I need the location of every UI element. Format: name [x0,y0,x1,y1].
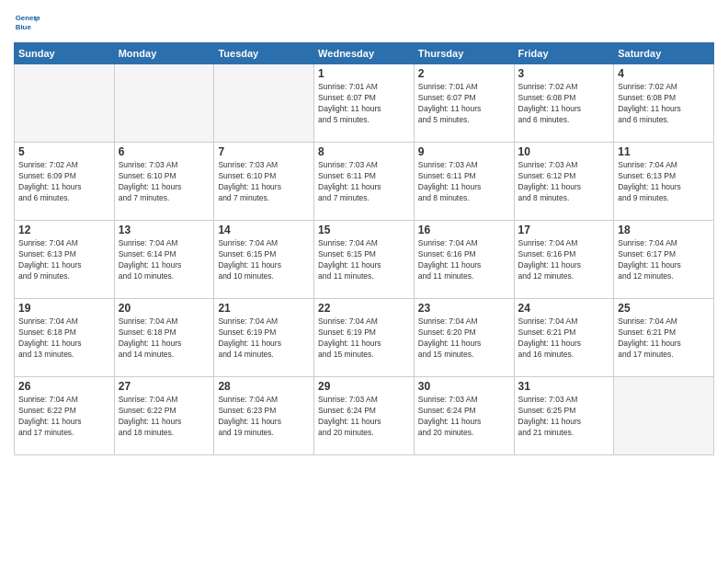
calendar-page: General Blue SundayMondayTuesdayWednesda… [0,0,728,563]
calendar-cell [214,64,314,143]
day-info: Sunrise: 7:04 AM Sunset: 6:21 PM Dayligh… [518,316,610,361]
day-info: Sunrise: 7:04 AM Sunset: 6:22 PM Dayligh… [119,395,210,439]
day-number: 29 [318,380,410,393]
calendar-cell: 5Sunrise: 7:02 AM Sunset: 6:09 PM Daylig… [15,143,115,221]
svg-text:Blue: Blue [16,23,32,31]
calendar-cell: 8Sunrise: 7:03 AM Sunset: 6:11 PM Daylig… [314,143,415,221]
day-number: 26 [18,380,110,393]
day-number: 20 [119,302,210,315]
day-info: Sunrise: 7:03 AM Sunset: 6:10 PM Dayligh… [119,160,210,204]
day-number: 10 [518,145,610,158]
calendar-cell: 9Sunrise: 7:03 AM Sunset: 6:11 PM Daylig… [414,143,514,221]
week-row-1: 5Sunrise: 7:02 AM Sunset: 6:09 PM Daylig… [15,143,714,221]
day-info: Sunrise: 7:03 AM Sunset: 6:11 PM Dayligh… [418,160,510,204]
calendar-cell: 6Sunrise: 7:03 AM Sunset: 6:10 PM Daylig… [114,143,214,221]
day-number: 12 [18,224,110,236]
day-info: Sunrise: 7:04 AM Sunset: 6:20 PM Dayligh… [418,316,510,361]
day-info: Sunrise: 7:01 AM Sunset: 6:07 PM Dayligh… [318,82,410,126]
calendar-cell: 15Sunrise: 7:04 AM Sunset: 6:15 PM Dayli… [314,221,415,299]
calendar-cell: 29Sunrise: 7:03 AM Sunset: 6:24 PM Dayli… [314,377,415,455]
day-info: Sunrise: 7:04 AM Sunset: 6:22 PM Dayligh… [18,395,110,439]
day-info: Sunrise: 7:04 AM Sunset: 6:19 PM Dayligh… [218,316,310,361]
calendar-cell: 17Sunrise: 7:04 AM Sunset: 6:16 PM Dayli… [514,221,614,299]
day-number: 4 [618,67,710,80]
calendar-cell: 23Sunrise: 7:04 AM Sunset: 6:20 PM Dayli… [414,299,514,377]
day-number: 18 [618,224,710,236]
day-info: Sunrise: 7:04 AM Sunset: 6:19 PM Dayligh… [318,316,410,361]
day-number: 6 [119,145,210,158]
weekday-header-row: SundayMondayTuesdayWednesdayThursdayFrid… [15,43,714,64]
day-number: 28 [218,380,310,393]
day-info: Sunrise: 7:04 AM Sunset: 6:17 PM Dayligh… [618,238,710,282]
day-number: 16 [418,224,510,236]
calendar-cell [114,64,214,143]
day-info: Sunrise: 7:03 AM Sunset: 6:12 PM Dayligh… [518,160,610,204]
header-area: General Blue [14,9,714,35]
logo: General Blue [14,9,43,35]
week-row-2: 12Sunrise: 7:04 AM Sunset: 6:13 PM Dayli… [15,221,714,299]
day-info: Sunrise: 7:02 AM Sunset: 6:09 PM Dayligh… [18,160,110,204]
day-number: 3 [518,67,610,80]
day-number: 27 [119,380,210,393]
day-info: Sunrise: 7:03 AM Sunset: 6:25 PM Dayligh… [518,395,610,439]
day-info: Sunrise: 7:02 AM Sunset: 6:08 PM Dayligh… [518,82,610,126]
day-number: 13 [119,224,210,236]
calendar-cell: 2Sunrise: 7:01 AM Sunset: 6:07 PM Daylig… [414,64,514,143]
day-number: 2 [418,67,510,80]
calendar-cell: 13Sunrise: 7:04 AM Sunset: 6:14 PM Dayli… [114,221,214,299]
day-number: 11 [618,145,710,158]
calendar-cell: 7Sunrise: 7:03 AM Sunset: 6:10 PM Daylig… [214,143,314,221]
day-number: 1 [318,67,410,80]
calendar-cell: 20Sunrise: 7:04 AM Sunset: 6:18 PM Dayli… [114,299,214,377]
day-number: 19 [18,302,110,315]
calendar-cell: 21Sunrise: 7:04 AM Sunset: 6:19 PM Dayli… [214,299,314,377]
calendar-cell [15,64,115,143]
logo-icon: General Blue [14,9,40,35]
calendar-cell: 26Sunrise: 7:04 AM Sunset: 6:22 PM Dayli… [15,377,115,455]
day-number: 5 [18,145,110,158]
day-number: 17 [518,224,610,236]
day-info: Sunrise: 7:04 AM Sunset: 6:16 PM Dayligh… [518,238,610,282]
calendar-cell: 3Sunrise: 7:02 AM Sunset: 6:08 PM Daylig… [514,64,614,143]
calendar-cell: 22Sunrise: 7:04 AM Sunset: 6:19 PM Dayli… [314,299,415,377]
week-row-4: 26Sunrise: 7:04 AM Sunset: 6:22 PM Dayli… [15,377,714,455]
day-number: 24 [518,302,610,315]
day-number: 9 [418,145,510,158]
calendar-cell: 30Sunrise: 7:03 AM Sunset: 6:24 PM Dayli… [414,377,514,455]
day-info: Sunrise: 7:04 AM Sunset: 6:18 PM Dayligh… [119,316,210,361]
weekday-header-thursday: Thursday [414,43,514,64]
day-info: Sunrise: 7:04 AM Sunset: 6:21 PM Dayligh… [618,316,710,361]
day-number: 15 [318,224,410,236]
weekday-header-sunday: Sunday [15,43,115,64]
calendar-cell: 19Sunrise: 7:04 AM Sunset: 6:18 PM Dayli… [15,299,115,377]
day-number: 31 [518,380,610,393]
day-info: Sunrise: 7:04 AM Sunset: 6:13 PM Dayligh… [18,238,110,282]
weekday-header-saturday: Saturday [614,43,714,64]
calendar-cell: 16Sunrise: 7:04 AM Sunset: 6:16 PM Dayli… [414,221,514,299]
calendar-cell: 28Sunrise: 7:04 AM Sunset: 6:23 PM Dayli… [214,377,314,455]
day-info: Sunrise: 7:03 AM Sunset: 6:24 PM Dayligh… [418,395,510,439]
day-info: Sunrise: 7:02 AM Sunset: 6:08 PM Dayligh… [618,82,710,126]
week-row-0: 1Sunrise: 7:01 AM Sunset: 6:07 PM Daylig… [15,64,714,143]
weekday-header-tuesday: Tuesday [214,43,314,64]
day-number: 22 [318,302,410,315]
weekday-header-monday: Monday [114,43,214,64]
calendar-cell: 24Sunrise: 7:04 AM Sunset: 6:21 PM Dayli… [514,299,614,377]
day-info: Sunrise: 7:04 AM Sunset: 6:16 PM Dayligh… [418,238,510,282]
calendar-cell: 14Sunrise: 7:04 AM Sunset: 6:15 PM Dayli… [214,221,314,299]
day-info: Sunrise: 7:01 AM Sunset: 6:07 PM Dayligh… [418,82,510,126]
day-info: Sunrise: 7:04 AM Sunset: 6:18 PM Dayligh… [18,316,110,361]
calendar-cell: 10Sunrise: 7:03 AM Sunset: 6:12 PM Dayli… [514,143,614,221]
day-number: 14 [218,224,310,236]
weekday-header-friday: Friday [514,43,614,64]
day-info: Sunrise: 7:03 AM Sunset: 6:11 PM Dayligh… [318,160,410,204]
day-number: 30 [418,380,510,393]
day-info: Sunrise: 7:04 AM Sunset: 6:13 PM Dayligh… [618,160,710,204]
week-row-3: 19Sunrise: 7:04 AM Sunset: 6:18 PM Dayli… [15,299,714,377]
day-number: 25 [618,302,710,315]
day-info: Sunrise: 7:03 AM Sunset: 6:10 PM Dayligh… [218,160,310,204]
calendar-cell: 25Sunrise: 7:04 AM Sunset: 6:21 PM Dayli… [614,299,714,377]
weekday-header-wednesday: Wednesday [314,43,415,64]
day-number: 23 [418,302,510,315]
day-number: 8 [318,145,410,158]
